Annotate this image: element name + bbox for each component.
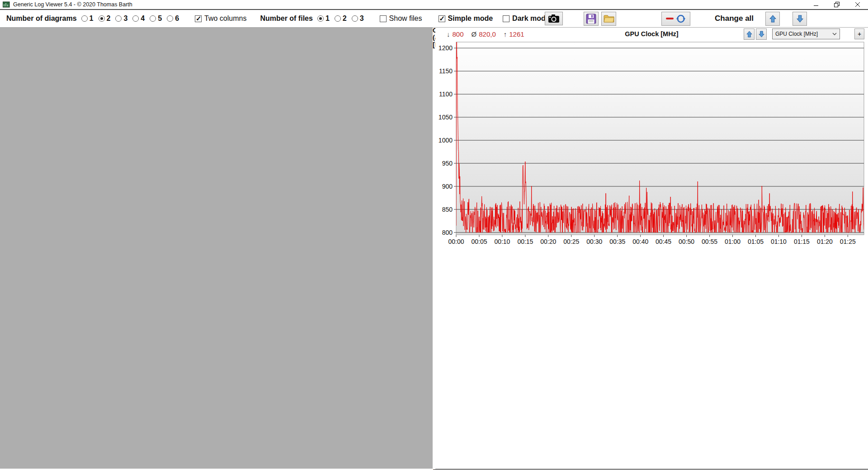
line-color-button[interactable] [661, 12, 690, 26]
diagrams-label: Number of diagrams [6, 14, 77, 23]
svg-text:950: 950 [442, 160, 453, 167]
folder-open-icon [604, 14, 614, 23]
svg-text:00:10: 00:10 [494, 238, 510, 245]
toolbar: Number of diagrams 1 2 3 4 5 6 Two colum… [0, 10, 868, 28]
radio-files-1[interactable]: 1 [317, 14, 330, 23]
max-arrow-icon: ↑ [504, 30, 507, 38]
radio-circle [99, 15, 105, 22]
save-button[interactable] [584, 12, 599, 26]
checkbox-simple-mode[interactable]: Simple mode [439, 14, 493, 23]
radio-circle [150, 15, 156, 22]
svg-text:00:45: 00:45 [656, 238, 671, 245]
titlebar[interactable]: Generic Log Viewer 5.4 - © 2020 Thomas B… [0, 0, 868, 10]
radio-diagrams-5[interactable]: 5 [150, 14, 162, 23]
window-title: Generic Log Viewer 5.4 - © 2020 Thomas B… [13, 1, 132, 8]
svg-text:01:05: 01:05 [748, 238, 764, 245]
svg-text:01:15: 01:15 [794, 238, 810, 245]
close-button[interactable] [847, 0, 868, 9]
svg-text:00:55: 00:55 [702, 238, 717, 245]
svg-text:00:35: 00:35 [609, 238, 625, 245]
radio-diagrams-2[interactable]: 2 [99, 14, 111, 23]
radio-files-2[interactable]: 2 [335, 14, 347, 23]
arrow-down-icon [759, 31, 764, 38]
radio-circle [335, 15, 341, 22]
svg-text:850: 850 [442, 206, 453, 213]
radio-circle [167, 15, 173, 22]
open-folder-button[interactable] [601, 12, 616, 26]
checkbox-box [195, 15, 202, 22]
min-arrow-icon: ↓ [447, 30, 450, 38]
radio-diagrams-6[interactable]: 6 [167, 14, 179, 23]
change-all-label: Change all [715, 14, 754, 23]
svg-text:00:15: 00:15 [517, 238, 533, 245]
checkbox-box [380, 15, 387, 22]
floppy-save-icon [586, 14, 596, 24]
move-up-button[interactable] [744, 28, 755, 40]
add-signal-button[interactable]: + [854, 28, 864, 39]
svg-text:1150: 1150 [439, 67, 453, 75]
stat-avg: 820,0 [479, 30, 496, 38]
window-controls [806, 0, 868, 9]
svg-text:900: 900 [442, 183, 453, 190]
svg-text:00:25: 00:25 [563, 238, 579, 245]
checkbox-show-files[interactable]: Show files [380, 14, 422, 23]
svg-text:01:10: 01:10 [771, 238, 787, 245]
radio-circle [132, 15, 139, 22]
app-icon [3, 1, 10, 8]
stat-max: 1261 [509, 30, 524, 38]
change-all-down-button[interactable] [793, 12, 807, 26]
radio-files-3[interactable]: 3 [352, 14, 364, 23]
radio-circle [317, 15, 324, 22]
svg-text:00:30: 00:30 [586, 238, 602, 245]
arrow-down-icon [797, 15, 803, 23]
radio-circle [352, 15, 358, 22]
restore-button[interactable] [826, 0, 847, 9]
files-radio-group: 1 2 3 [317, 14, 369, 23]
move-down-button[interactable] [756, 28, 767, 40]
svg-text:00:00: 00:00 [448, 238, 464, 245]
checkbox-box [439, 15, 445, 22]
radio-circle [115, 15, 122, 22]
checkbox-box [503, 15, 509, 22]
radio-diagrams-4[interactable]: 4 [132, 14, 145, 23]
vertical-splitter[interactable] [0, 28, 433, 469]
avg-icon: Ø [472, 30, 477, 38]
diagrams-radio-group: 1 2 3 4 5 6 [81, 14, 184, 23]
change-all-up-button[interactable] [765, 12, 780, 26]
screenshot-button[interactable] [545, 12, 563, 25]
radio-diagrams-1[interactable]: 1 [81, 14, 94, 23]
minimize-icon [813, 2, 819, 7]
svg-text:01:00: 01:00 [725, 238, 741, 245]
restore-icon [834, 2, 840, 8]
checkbox-dark-mode[interactable]: Dark mode [503, 14, 546, 23]
radio-diagrams-3[interactable]: 3 [115, 14, 127, 23]
arrow-up-icon [746, 31, 752, 38]
close-icon [855, 2, 860, 7]
app-window: Generic Log Viewer 5.4 - © 2020 Thomas B… [0, 0, 868, 470]
signal-select[interactable]: GPU Clock [MHz] [772, 28, 840, 39]
radio-circle [81, 15, 88, 22]
svg-text:1000: 1000 [439, 137, 453, 144]
svg-text:00:50: 00:50 [679, 238, 694, 245]
chart-panel-gpu-clock: ↓800 Ø820,0 ↑1261 GPU Clock [MHz] GPU Cl… [435, 28, 868, 247]
camera-icon [548, 14, 560, 23]
minimize-button[interactable] [806, 0, 826, 9]
svg-text:00:05: 00:05 [471, 238, 487, 245]
stat-min: 800 [453, 30, 464, 38]
svg-text:00:40: 00:40 [632, 238, 648, 245]
chart-header: ↓800 Ø820,0 ↑1261 GPU Clock [MHz] GPU Cl… [435, 28, 868, 40]
chart-controls: GPU Clock [MHz] + [744, 28, 864, 40]
chart-stats: ↓800 Ø820,0 ↑1261 [447, 30, 524, 38]
svg-text:1100: 1100 [439, 90, 453, 98]
chart-plot-gpu-clock[interactable]: 1200115011001050100095090085080000:0000:… [435, 40, 868, 247]
svg-text:01:20: 01:20 [817, 238, 833, 245]
svg-text:1200: 1200 [439, 44, 453, 52]
chevron-down-icon [832, 33, 837, 35]
charts-grid: ↓1398 Ø1440 ↑3369 Core Clocks (avg) [MHz… [0, 28, 868, 470]
svg-text:01:25: 01:25 [840, 238, 856, 245]
files-label: Number of files [260, 14, 312, 23]
checkbox-two-columns[interactable]: Two columns [195, 14, 246, 23]
svg-text:00:20: 00:20 [540, 238, 556, 245]
svg-text:800: 800 [442, 229, 453, 236]
svg-text:1050: 1050 [439, 114, 453, 121]
